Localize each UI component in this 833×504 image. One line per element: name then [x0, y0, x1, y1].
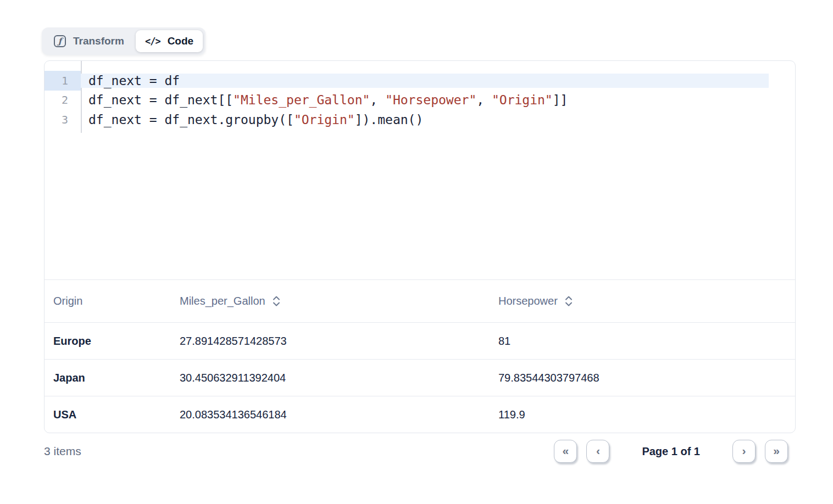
- tab-code[interactable]: </> Code: [136, 30, 203, 52]
- table-row: Japan 30.450632911392404 79.835443037974…: [45, 360, 795, 396]
- cell-origin: Europe: [45, 335, 171, 348]
- last-page-icon: »: [773, 445, 780, 456]
- code-line-text: df_next = df_next.groupby(["Origin"]).me…: [81, 113, 795, 127]
- next-page-button[interactable]: ›: [732, 440, 756, 463]
- cell-miles-per-gallon: 20.083534136546184: [171, 408, 490, 421]
- function-icon: ƒ: [54, 35, 66, 47]
- line-number: 2: [45, 91, 81, 110]
- column-header-horsepower[interactable]: Horsepower: [490, 295, 795, 307]
- code-line: 1 df_next = df: [45, 71, 795, 91]
- code-line-text: df_next = df_next[["Miles_per_Gallon", "…: [81, 93, 795, 107]
- line-number: 1: [45, 71, 81, 91]
- cell-origin: Japan: [45, 372, 171, 384]
- items-count: 3 items: [44, 445, 81, 458]
- view-tabbar: ƒ Transform </> Code: [42, 27, 206, 55]
- code-line-text: df_next = df: [81, 74, 769, 88]
- data-table: Origin Miles_per_Gallon Horsepower: [45, 280, 795, 433]
- page-indicator: Page 1 of 1: [642, 445, 700, 458]
- sort-icon[interactable]: [565, 295, 573, 307]
- last-page-button[interactable]: »: [765, 440, 788, 463]
- column-header-miles-per-gallon[interactable]: Miles_per_Gallon: [171, 295, 490, 307]
- tab-transform-label: Transform: [73, 35, 124, 47]
- column-header-origin: Origin: [45, 295, 171, 307]
- table-footer: 3 items « ‹ Page 1 of 1 › »: [44, 440, 796, 463]
- cell-miles-per-gallon: 27.891428571428573: [171, 335, 490, 348]
- table-row: Europe 27.891428571428573 81: [45, 323, 795, 360]
- code-line: 2 df_next = df_next[["Miles_per_Gallon",…: [45, 91, 795, 110]
- cell-horsepower: 81: [490, 335, 795, 348]
- first-page-icon: «: [563, 445, 569, 456]
- prev-page-icon: ‹: [596, 445, 600, 456]
- code-editor[interactable]: 1 df_next = df 2 df_next = df_next[["Mil…: [45, 61, 795, 280]
- prev-page-button[interactable]: ‹: [586, 440, 609, 463]
- table-header-row: Origin Miles_per_Gallon Horsepower: [45, 280, 795, 323]
- cell-horsepower: 79.83544303797468: [490, 372, 795, 384]
- tab-transform[interactable]: ƒ Transform: [45, 30, 134, 52]
- line-number: 3: [45, 110, 81, 130]
- cell-horsepower: 119.9: [490, 408, 795, 421]
- cell-origin: USA: [45, 408, 171, 421]
- first-page-button[interactable]: «: [554, 440, 577, 463]
- code-icon: </>: [145, 36, 160, 47]
- cell-miles-per-gallon: 30.450632911392404: [171, 372, 490, 384]
- next-page-icon: ›: [742, 445, 746, 456]
- code-line: 3 df_next = df_next.groupby(["Origin"]).…: [45, 110, 795, 130]
- table-row: USA 20.083534136546184 119.9: [45, 396, 795, 433]
- results-card: 1 df_next = df 2 df_next = df_next[["Mil…: [44, 60, 796, 433]
- sort-icon[interactable]: [273, 295, 280, 307]
- pagination: « ‹ Page 1 of 1 › »: [554, 440, 788, 463]
- tab-code-label: Code: [168, 35, 194, 47]
